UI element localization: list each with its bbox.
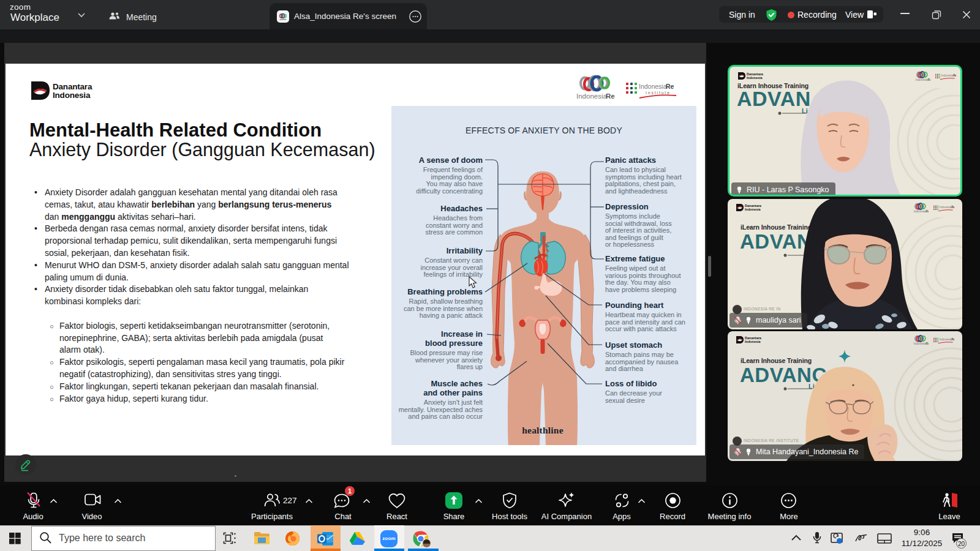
svg-text:Re: Re: [606, 92, 615, 100]
svg-text:Re: Re: [666, 83, 674, 90]
svg-text:Institute: Institute: [646, 91, 671, 95]
svg-text:healthline: healthline: [522, 425, 563, 435]
svg-text:Indonesia: Indonesia: [639, 83, 667, 90]
svg-text:Indonesia: Indonesia: [576, 92, 607, 100]
